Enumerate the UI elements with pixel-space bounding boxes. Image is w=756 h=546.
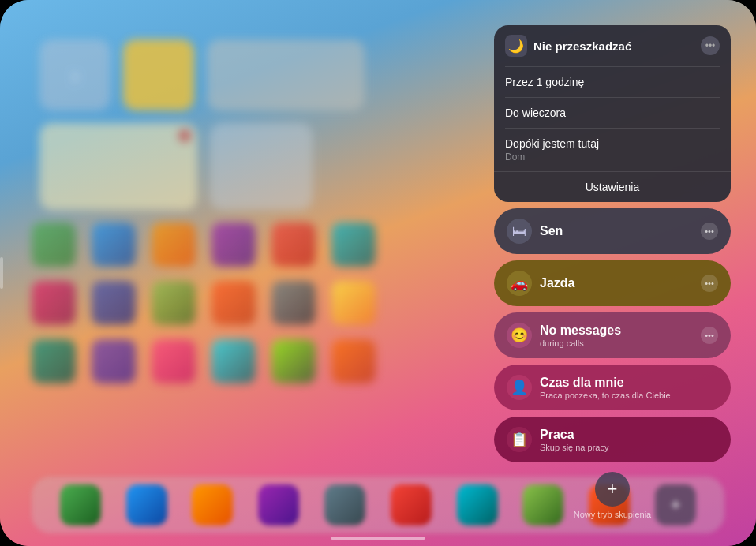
side-handle xyxy=(0,257,3,289)
work-mode-text: Praca Skup się na pracy xyxy=(540,428,718,452)
moon-icon: 🌙 xyxy=(505,35,527,57)
smile-icon: 😊 xyxy=(507,323,532,348)
messages-mode-button[interactable]: 😊 No messages during calls ••• xyxy=(494,312,731,358)
new-focus-area: + Nowy tryb skupienia xyxy=(494,472,731,519)
dnd-option-until-evening[interactable]: Do wieczora xyxy=(494,98,731,128)
personal-mode-text: Czas dla mnie Praca poczeka, to czas dla… xyxy=(540,376,718,400)
ellipsis-icon: ••• xyxy=(705,40,716,51)
sleep-mode-text: Sen xyxy=(540,224,701,238)
dnd-more-button[interactable]: ••• xyxy=(701,36,720,55)
new-focus-button[interactable]: + xyxy=(595,472,630,507)
driving-more-button[interactable]: ••• xyxy=(701,275,718,292)
driving-mode-text: Jazda xyxy=(540,276,701,290)
ipad-background: › xyxy=(0,0,756,546)
sleep-icon: 🛏 xyxy=(507,219,532,244)
dnd-title: Nie przeszkadzać xyxy=(533,39,694,53)
car-icon: 🚗 xyxy=(507,271,532,296)
dnd-option-while-here[interactable]: Dopóki jestem tutaj Dom xyxy=(494,129,731,171)
dnd-settings-button[interactable]: Ustawienia xyxy=(494,171,731,202)
briefcase-icon: 📋 xyxy=(507,427,532,452)
home-indicator xyxy=(331,537,425,540)
dnd-header: 🌙 Nie przeszkadzać ••• xyxy=(494,25,731,66)
messages-mode-text: No messages during calls xyxy=(540,323,701,348)
focus-panel: 🌙 Nie przeszkadzać ••• Przez 1 godzinę D… xyxy=(494,25,731,519)
personal-mode-button[interactable]: 👤 Czas dla mnie Praca poczeka, to czas d… xyxy=(494,365,731,410)
dnd-card: 🌙 Nie przeszkadzać ••• Przez 1 godzinę D… xyxy=(494,25,731,202)
plus-icon: + xyxy=(608,479,618,499)
new-focus-label: Nowy tryb skupienia xyxy=(574,510,651,519)
driving-mode-button[interactable]: 🚗 Jazda ••• xyxy=(494,260,731,306)
sleep-ellipsis-icon: ••• xyxy=(705,226,714,236)
sleep-mode-button[interactable]: 🛏 Sen ••• xyxy=(494,208,731,254)
work-mode-button[interactable]: 📋 Praca Skup się na pracy xyxy=(494,417,731,462)
messages-ellipsis-icon: ••• xyxy=(705,331,714,340)
messages-more-button[interactable]: ••• xyxy=(701,327,718,344)
blurred-home-screen: › xyxy=(16,16,440,483)
driving-ellipsis-icon: ••• xyxy=(705,279,714,288)
sleep-more-button[interactable]: ••• xyxy=(701,223,718,240)
person-icon: 👤 xyxy=(507,375,532,400)
dnd-option-one-hour[interactable]: Przez 1 godzinę xyxy=(494,67,731,97)
